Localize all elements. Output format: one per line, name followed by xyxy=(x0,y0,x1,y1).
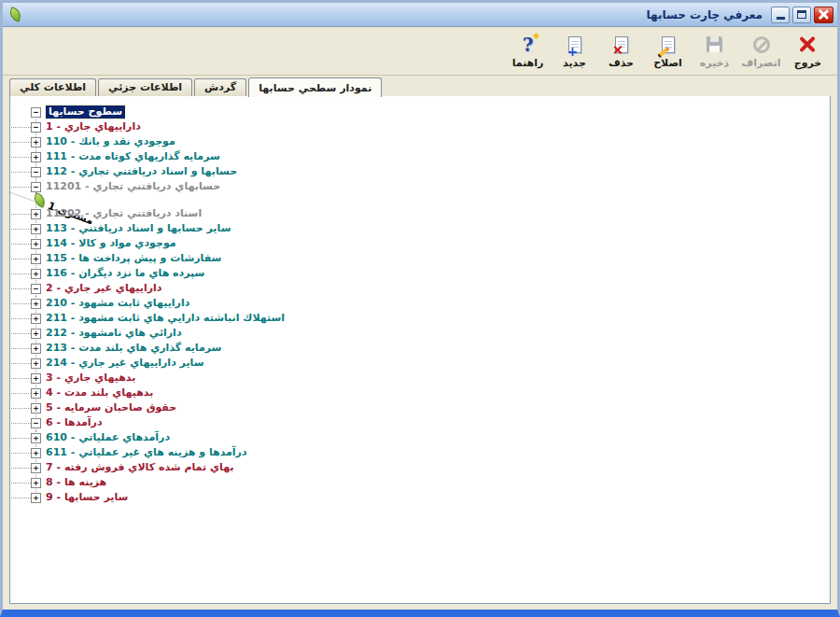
tree-node: +بدهيهاي بلند مدت - 4 xyxy=(31,386,822,400)
titlebar: معرفي چارت حسابها xyxy=(3,3,837,27)
tree-node-row[interactable]: +استهلاك انباشته دارايي هاي ثابت مشهود -… xyxy=(31,311,285,326)
tree-node-row[interactable]: −داراييهاي غير جاري - 2 xyxy=(31,281,161,296)
tree-node-label: سرمايه گذاريهاي كوتاه مدت - 111 xyxy=(46,150,220,163)
save-button[interactable]: ذخيره xyxy=(693,29,736,73)
tree-node: −داراييهاي غير جاري - 2+داراييهاي ثابت م… xyxy=(31,281,822,371)
expand-toggle-icon[interactable]: + xyxy=(31,358,41,369)
expand-toggle-icon[interactable]: + xyxy=(31,299,41,309)
tree-node-row[interactable]: +درآمدها و هزينه هاي غير عملياتي - 611 xyxy=(31,445,247,460)
expand-toggle-icon[interactable]: + xyxy=(31,463,41,473)
help-button[interactable]: ? راهنما xyxy=(506,29,550,73)
help-button-label: راهنما xyxy=(512,58,544,68)
tree-node-label: داراييهاي غير جاري - 2 xyxy=(46,282,161,295)
exit-button-label: خروج xyxy=(794,58,822,68)
tree-node-row[interactable]: +ساير حسابها و اسناد دريافتني - 113 xyxy=(31,221,231,236)
close-icon xyxy=(818,8,830,21)
tree-node-row[interactable]: +موجودي مواد و كالا - 114 xyxy=(31,236,176,251)
expand-toggle-icon[interactable]: + xyxy=(31,373,41,384)
tree-node: −سطوح حسابها−داراييهاي جاري - 1+موجودي ن… xyxy=(31,105,822,505)
tree-node-row[interactable]: +سرمايه گذاريهاي كوتاه مدت - 111 xyxy=(31,149,220,164)
tree-node-label: استهلاك انباشته دارايي هاي ثابت مشهود - … xyxy=(46,312,285,325)
tree-node-row[interactable]: +سرمايه گذاري هاي بلند مدت - 213 xyxy=(31,341,221,356)
expand-toggle-icon[interactable]: + xyxy=(31,478,41,488)
tree-node-row[interactable]: +بهاي تمام شده كالاي فروش رفته - 7 xyxy=(31,460,234,475)
expand-toggle-icon[interactable]: + xyxy=(31,403,41,414)
tree-node-row[interactable]: +اسناد دريافتني تجاري - 11202 xyxy=(31,206,202,221)
tree-node-row[interactable]: +ساير حسابها - 9 xyxy=(31,490,128,505)
tree-node-row[interactable]: +سفارشات و پيش پرداخت ها - 115 xyxy=(31,251,221,266)
expand-toggle-icon[interactable]: + xyxy=(31,448,41,458)
tree-node: −حسابهاي دريافتني تجاري - 11201مشتري 1 xyxy=(31,179,822,206)
collapse-toggle-icon[interactable]: − xyxy=(31,122,41,133)
collapse-toggle-icon[interactable]: − xyxy=(31,182,41,192)
cancel-button[interactable]: انصراف xyxy=(739,29,783,73)
tree-node-row[interactable]: −درآمدها - 6 xyxy=(31,415,103,430)
tree-children: −داراييهاي جاري - 1+موجودي نقد و بانك - … xyxy=(31,119,822,505)
tree-node: +ساير حسابها و اسناد دريافتني - 113 xyxy=(31,221,822,236)
tree-node: +موجودي نقد و بانك - 110 xyxy=(31,134,822,149)
tab-detail-info[interactable]: اطلاعات جزئي xyxy=(98,78,192,96)
expand-toggle-icon[interactable]: + xyxy=(31,433,41,443)
tab-general-info[interactable]: اطلاعات كلي xyxy=(9,78,96,96)
app-window: معرفي چارت حسابها ? راهنما جديد حذف اصلا… xyxy=(0,0,840,617)
expand-toggle-icon[interactable]: + xyxy=(31,224,41,234)
tree-node-row[interactable]: +موجودي نقد و بانك - 110 xyxy=(31,134,175,149)
collapse-toggle-icon[interactable]: − xyxy=(31,107,41,118)
tree-node-row[interactable]: −حسابها و اسناد دريافتني تجاري - 112 xyxy=(31,164,237,179)
expand-toggle-icon[interactable]: + xyxy=(31,269,41,279)
expand-toggle-icon[interactable]: + xyxy=(31,239,41,249)
cancel-button-label: انصراف xyxy=(741,58,780,68)
tree-node-row[interactable]: −سطوح حسابها xyxy=(31,105,125,119)
tree-node-row[interactable]: +بدهيهاي بلند مدت - 4 xyxy=(31,386,153,400)
expand-toggle-icon[interactable]: + xyxy=(31,388,41,399)
question-icon: ? xyxy=(516,35,540,55)
tree-children: مشتري 1 xyxy=(31,194,822,206)
tree-node-row[interactable]: +حقوق صاحبان سرمايه - 5 xyxy=(31,400,176,415)
close-button[interactable] xyxy=(814,7,833,23)
tree-node-row[interactable]: +بدهيهاي جاري - 3 xyxy=(31,371,135,386)
tree-node-row[interactable]: +دارائي هاي نامشهود - 212 xyxy=(31,326,182,341)
expand-toggle-icon[interactable]: + xyxy=(31,152,41,162)
expand-toggle-icon[interactable]: + xyxy=(31,329,41,339)
cancel-icon xyxy=(749,35,774,55)
tree-node-label: درآمدها - 6 xyxy=(46,416,103,429)
tree-node-label: حقوق صاحبان سرمايه - 5 xyxy=(46,401,176,414)
new-button[interactable]: جديد xyxy=(553,29,596,73)
tree-node: −درآمدها - 6+درآمدهاي عملياتي - 610+درآم… xyxy=(31,415,822,460)
expand-toggle-icon[interactable]: + xyxy=(31,254,41,264)
collapse-toggle-icon[interactable]: − xyxy=(31,418,41,428)
minimize-button[interactable] xyxy=(771,7,790,23)
tab-accounts-level-chart[interactable]: نمودار سطحي حسابها xyxy=(248,77,382,97)
tree-node-row[interactable]: +سپرده هاي ما نزد ديگران - 116 xyxy=(31,266,204,281)
tree-node-label: دارائي هاي نامشهود - 212 xyxy=(46,327,182,340)
expand-toggle-icon[interactable]: + xyxy=(31,137,41,147)
tree-node-row[interactable]: −حسابهاي دريافتني تجاري - 11201 xyxy=(31,179,220,194)
collapse-toggle-icon[interactable]: − xyxy=(31,284,41,294)
tree-node-label: درآمدهاي عملياتي - 610 xyxy=(46,431,170,444)
tree-node: +سرمايه گذاري هاي بلند مدت - 213 xyxy=(31,341,822,356)
tab-bar: اطلاعات كلي اطلاعات جزئي گردش نمودار سطح… xyxy=(3,76,837,96)
maximize-button[interactable] xyxy=(792,7,811,23)
tree-node-label: داراييهاي جاري - 1 xyxy=(46,120,141,133)
tree-node-row[interactable]: +درآمدهاي عملياتي - 610 xyxy=(31,430,170,445)
tree-node-row[interactable]: −داراييهاي جاري - 1 xyxy=(31,119,141,134)
expand-toggle-icon[interactable]: + xyxy=(31,493,41,503)
content-panel: −سطوح حسابها−داراييهاي جاري - 1+موجودي ن… xyxy=(9,95,831,604)
app-logo-icon xyxy=(7,7,23,22)
window-title: معرفي چارت حسابها xyxy=(647,8,763,21)
expand-toggle-icon[interactable]: + xyxy=(31,344,41,354)
exit-button[interactable]: خروج xyxy=(786,29,830,73)
save-button-label: ذخيره xyxy=(700,58,729,68)
tree-node-row[interactable]: +ساير داراييهاي غير جاري - 214 xyxy=(31,356,204,371)
delete-button[interactable]: حذف xyxy=(599,29,643,73)
edit-button[interactable]: اصلاح xyxy=(646,29,690,73)
new-document-icon xyxy=(563,35,587,55)
expand-toggle-icon[interactable]: + xyxy=(31,209,41,219)
expand-toggle-icon[interactable]: + xyxy=(31,314,41,324)
tab-turnover[interactable]: گردش xyxy=(194,78,246,96)
tree-node-row[interactable]: +داراييهاي ثابت مشهود - 210 xyxy=(31,296,189,311)
tree-node: −حسابها و اسناد دريافتني تجاري - 112−حسا… xyxy=(31,164,822,221)
tree-node-row[interactable]: +هزينه ها - 8 xyxy=(31,475,106,490)
collapse-toggle-icon[interactable]: − xyxy=(31,167,41,177)
tree-children: +موجودي نقد و بانك - 110+سرمايه گذاريهاي… xyxy=(31,134,822,281)
